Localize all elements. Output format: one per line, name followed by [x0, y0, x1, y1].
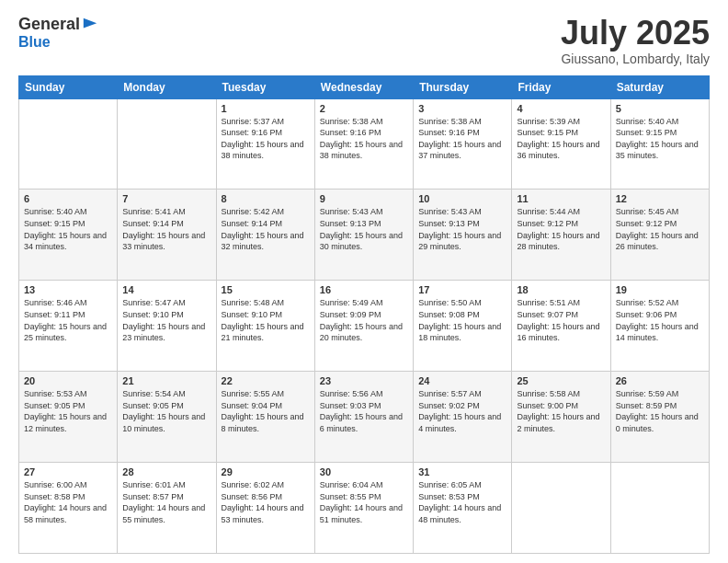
day-number: 31	[418, 466, 506, 477]
day-cell: 13Sunrise: 5:46 AM Sunset: 9:11 PM Dayli…	[19, 281, 118, 372]
header: General Blue July 2025 Giussano, Lombard…	[18, 15, 710, 66]
day-cell: 14Sunrise: 5:47 AM Sunset: 9:10 PM Dayli…	[118, 281, 216, 372]
day-cell	[118, 98, 216, 190]
day-cell: 29Sunrise: 6:02 AM Sunset: 8:56 PM Dayli…	[216, 463, 314, 554]
day-info: Sunrise: 5:40 AM Sunset: 9:15 PM Dayligh…	[24, 206, 112, 252]
day-number: 26	[616, 375, 704, 386]
day-info: Sunrise: 5:46 AM Sunset: 9:11 PM Dayligh…	[24, 297, 112, 343]
day-number: 22	[222, 375, 310, 386]
day-info: Sunrise: 5:42 AM Sunset: 9:14 PM Dayligh…	[222, 206, 310, 252]
logo: General Blue	[18, 15, 98, 51]
day-info: Sunrise: 5:51 AM Sunset: 9:07 PM Dayligh…	[517, 297, 605, 343]
day-cell: 12Sunrise: 5:45 AM Sunset: 9:12 PM Dayli…	[610, 190, 709, 281]
day-number: 16	[320, 284, 408, 295]
page: General Blue July 2025 Giussano, Lombard…	[0, 0, 728, 563]
day-number: 18	[517, 284, 605, 295]
day-info: Sunrise: 5:58 AM Sunset: 9:00 PM Dayligh…	[517, 388, 605, 434]
day-cell: 30Sunrise: 6:04 AM Sunset: 8:55 PM Dayli…	[314, 463, 413, 554]
day-info: Sunrise: 5:38 AM Sunset: 9:16 PM Dayligh…	[320, 116, 408, 162]
day-number: 24	[418, 375, 506, 386]
day-number: 21	[122, 375, 210, 386]
day-number: 15	[222, 284, 310, 295]
day-info: Sunrise: 5:50 AM Sunset: 9:08 PM Dayligh…	[418, 297, 506, 343]
day-number: 7	[122, 193, 210, 204]
day-number: 11	[517, 193, 605, 204]
day-number: 27	[24, 466, 112, 477]
day-number: 23	[320, 375, 408, 386]
day-cell: 2Sunrise: 5:38 AM Sunset: 9:16 PM Daylig…	[314, 98, 413, 190]
day-cell: 10Sunrise: 5:43 AM Sunset: 9:13 PM Dayli…	[414, 190, 512, 281]
day-cell: 9Sunrise: 5:43 AM Sunset: 9:13 PM Daylig…	[314, 190, 413, 281]
logo-blue-text: Blue	[18, 34, 51, 50]
calendar-header-row: SundayMondayTuesdayWednesdayThursdayFrid…	[19, 75, 710, 98]
day-cell: 16Sunrise: 5:49 AM Sunset: 9:09 PM Dayli…	[314, 281, 413, 372]
column-header-sunday: Sunday	[19, 75, 118, 98]
day-number: 29	[222, 466, 310, 477]
day-info: Sunrise: 5:59 AM Sunset: 8:59 PM Dayligh…	[616, 388, 704, 434]
day-number: 25	[517, 375, 605, 386]
column-header-monday: Monday	[118, 75, 216, 98]
day-cell: 23Sunrise: 5:56 AM Sunset: 9:03 PM Dayli…	[314, 372, 413, 463]
day-info: Sunrise: 5:43 AM Sunset: 9:13 PM Dayligh…	[320, 206, 408, 252]
day-cell: 15Sunrise: 5:48 AM Sunset: 9:10 PM Dayli…	[216, 281, 314, 372]
day-info: Sunrise: 5:56 AM Sunset: 9:03 PM Dayligh…	[320, 388, 408, 434]
title-block: July 2025 Giussano, Lombardy, Italy	[561, 15, 710, 66]
day-cell: 5Sunrise: 5:40 AM Sunset: 9:15 PM Daylig…	[610, 98, 709, 190]
day-info: Sunrise: 5:47 AM Sunset: 9:10 PM Dayligh…	[122, 297, 210, 343]
day-cell: 27Sunrise: 6:00 AM Sunset: 8:58 PM Dayli…	[19, 463, 118, 554]
week-row-4: 20Sunrise: 5:53 AM Sunset: 9:05 PM Dayli…	[19, 372, 710, 463]
day-number: 12	[616, 193, 704, 204]
column-header-friday: Friday	[512, 75, 610, 98]
week-row-1: 1Sunrise: 5:37 AM Sunset: 9:16 PM Daylig…	[19, 98, 710, 190]
day-cell: 28Sunrise: 6:01 AM Sunset: 8:57 PM Dayli…	[118, 463, 216, 554]
day-number: 28	[122, 466, 210, 477]
calendar: SundayMondayTuesdayWednesdayThursdayFrid…	[18, 75, 710, 554]
day-info: Sunrise: 5:44 AM Sunset: 9:12 PM Dayligh…	[517, 206, 605, 252]
day-number: 19	[616, 284, 704, 295]
day-number: 5	[616, 103, 704, 114]
day-info: Sunrise: 5:38 AM Sunset: 9:16 PM Dayligh…	[418, 116, 506, 162]
day-info: Sunrise: 5:37 AM Sunset: 9:16 PM Dayligh…	[222, 116, 310, 162]
day-number: 17	[418, 284, 506, 295]
day-cell: 18Sunrise: 5:51 AM Sunset: 9:07 PM Dayli…	[512, 281, 610, 372]
day-cell: 22Sunrise: 5:55 AM Sunset: 9:04 PM Dayli…	[216, 372, 314, 463]
day-info: Sunrise: 6:00 AM Sunset: 8:58 PM Dayligh…	[24, 479, 112, 525]
day-info: Sunrise: 5:48 AM Sunset: 9:10 PM Dayligh…	[222, 297, 310, 343]
week-row-5: 27Sunrise: 6:00 AM Sunset: 8:58 PM Dayli…	[19, 463, 710, 554]
day-info: Sunrise: 6:04 AM Sunset: 8:55 PM Dayligh…	[320, 479, 408, 525]
day-cell: 26Sunrise: 5:59 AM Sunset: 8:59 PM Dayli…	[610, 372, 709, 463]
day-cell: 6Sunrise: 5:40 AM Sunset: 9:15 PM Daylig…	[19, 190, 118, 281]
day-cell: 1Sunrise: 5:37 AM Sunset: 9:16 PM Daylig…	[216, 98, 314, 190]
day-cell: 24Sunrise: 5:57 AM Sunset: 9:02 PM Dayli…	[414, 372, 512, 463]
day-cell: 8Sunrise: 5:42 AM Sunset: 9:14 PM Daylig…	[216, 190, 314, 281]
day-info: Sunrise: 5:39 AM Sunset: 9:15 PM Dayligh…	[517, 116, 605, 162]
column-header-saturday: Saturday	[610, 75, 709, 98]
day-info: Sunrise: 5:57 AM Sunset: 9:02 PM Dayligh…	[418, 388, 506, 434]
day-number: 3	[418, 103, 506, 114]
day-info: Sunrise: 5:52 AM Sunset: 9:06 PM Dayligh…	[616, 297, 704, 343]
day-number: 8	[222, 193, 310, 204]
week-row-3: 13Sunrise: 5:46 AM Sunset: 9:11 PM Dayli…	[19, 281, 710, 372]
day-cell	[512, 463, 610, 554]
location: Giussano, Lombardy, Italy	[561, 52, 710, 66]
day-number: 9	[320, 193, 408, 204]
day-cell: 31Sunrise: 6:05 AM Sunset: 8:53 PM Dayli…	[414, 463, 512, 554]
day-info: Sunrise: 6:01 AM Sunset: 8:57 PM Dayligh…	[122, 479, 210, 525]
day-info: Sunrise: 5:40 AM Sunset: 9:15 PM Dayligh…	[616, 116, 704, 162]
day-info: Sunrise: 6:02 AM Sunset: 8:56 PM Dayligh…	[222, 479, 310, 525]
day-number: 6	[24, 193, 112, 204]
day-cell: 20Sunrise: 5:53 AM Sunset: 9:05 PM Dayli…	[19, 372, 118, 463]
day-info: Sunrise: 5:53 AM Sunset: 9:05 PM Dayligh…	[24, 388, 112, 434]
column-header-wednesday: Wednesday	[314, 75, 413, 98]
month-title: July 2025	[561, 15, 710, 52]
day-info: Sunrise: 6:05 AM Sunset: 8:53 PM Dayligh…	[418, 479, 506, 525]
day-number: 10	[418, 193, 506, 204]
day-number: 13	[24, 284, 112, 295]
logo-general-text: General	[18, 15, 80, 34]
day-cell: 4Sunrise: 5:39 AM Sunset: 9:15 PM Daylig…	[512, 98, 610, 190]
day-info: Sunrise: 5:54 AM Sunset: 9:05 PM Dayligh…	[122, 388, 210, 434]
logo-flag-icon	[82, 17, 98, 33]
day-number: 2	[320, 103, 408, 114]
day-info: Sunrise: 5:43 AM Sunset: 9:13 PM Dayligh…	[418, 206, 506, 252]
day-info: Sunrise: 5:49 AM Sunset: 9:09 PM Dayligh…	[320, 297, 408, 343]
